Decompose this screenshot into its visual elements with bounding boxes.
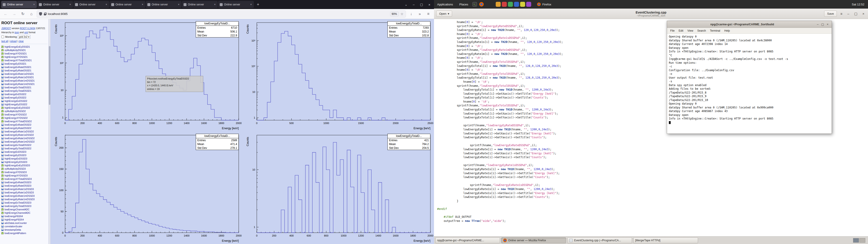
jsroot-link[interactable]: JSROOT	[1, 27, 11, 30]
tree-item[interactable]: lowEnergyFEE64	[1, 214, 48, 218]
tree-item[interactable]: lowEnergyExTotalDSSD3	[1, 201, 48, 204]
applications-menu[interactable]: Applications	[434, 0, 456, 8]
histogram-pad-2[interactable]: 0500100015002000250011010²10³Energy [keV…	[242, 19, 434, 131]
tree-item[interactable]: lowEnergyEyRate1mDSSD1	[1, 82, 48, 86]
open-button[interactable]: Open ▾	[436, 11, 452, 17]
maximize-button[interactable]: ▢	[417, 3, 426, 6]
tree-item[interactable]: highEnergyEyDSSD2	[1, 102, 48, 106]
tree-item[interactable]: highEnergyExDSSD3	[1, 157, 48, 160]
tree-item[interactable]: xyMultiplicityDSSD1	[1, 48, 48, 52]
tree-item[interactable]: xyMultiplicityDSSD2	[1, 109, 48, 113]
tree-item[interactable]: lowEnergyXYTotalDSSD3	[1, 177, 48, 181]
terminal-menu-item[interactable]: Terminal	[708, 28, 722, 33]
tray-icon[interactable]	[520, 2, 525, 7]
terminal-close-button[interactable]: ×	[825, 23, 830, 26]
tree-item[interactable]: highEnergyFEE64	[1, 218, 48, 221]
back-icon[interactable]: ←	[2, 11, 9, 18]
tree-item[interactable]: lowEnergyEyRateDSSD2	[1, 126, 48, 130]
tree-item[interactable]: lowEnergyExDSSD3	[1, 150, 48, 153]
tree-item[interactable]: lowEnergyExRate1sDSSD2	[1, 130, 48, 133]
tab-close-icon[interactable]: ×	[105, 3, 107, 6]
tree-item[interactable]: lowEnergyXYTotalDSSD1	[1, 59, 48, 62]
histogram-pad-1[interactable]: 0200400600800100012001400160018002000110…	[51, 19, 242, 131]
scrollbar-thumb[interactable]	[49, 46, 51, 105]
browser-tab[interactable]: Online server×	[146, 1, 182, 8]
tree-item[interactable]: lowEnergyEyTotalDSSD3	[1, 204, 48, 208]
terminal-titlebar[interactable]: npg@carme-gsi:~/Programs/CARME_Sort/buil…	[667, 21, 832, 28]
terminal-menu-item[interactable]: Help	[722, 28, 732, 33]
close-button[interactable]: ×	[426, 3, 433, 6]
tree-item[interactable]: lowEnergyEyRate1mDSSD3	[1, 197, 48, 201]
tree-item[interactable]: lowEnergyHitPattern	[1, 231, 48, 235]
padlock-icon[interactable]	[44, 13, 46, 16]
terminal-menu-item[interactable]: Search	[695, 28, 708, 33]
terminal-menu-item[interactable]: View	[686, 28, 695, 33]
tree-item[interactable]: xyMultiplicityDSSD3	[1, 167, 48, 170]
tree-item[interactable]: lowEnergyExTotalDSSD1	[1, 86, 48, 89]
sidebar-action-link[interactable]: last all	[1, 40, 8, 42]
save-button[interactable]: Save	[824, 11, 837, 17]
tree-item[interactable]: lowEnergyEyTotalDSSD1	[1, 89, 48, 92]
tree-item[interactable]: lowEnergyExRateDSSD1	[1, 65, 48, 69]
gedit-minimize-button[interactable]: –	[846, 11, 850, 17]
tree-item[interactable]: lowEnergyXYDSSD2	[1, 113, 48, 116]
clock[interactable]: Sat 12:52	[848, 3, 868, 6]
minimize-button[interactable]: –	[410, 3, 417, 6]
browser-tab[interactable]: Online server×	[182, 1, 218, 8]
tree-item[interactable]: timestampDelta	[1, 228, 48, 231]
forward-icon[interactable]: →	[11, 11, 18, 18]
tree-item[interactable]: highEnergyExEyDSSD3	[1, 163, 48, 167]
terminal-menu-item[interactable]: Edit	[677, 28, 685, 33]
sidebar-scrollbar[interactable]	[49, 19, 51, 244]
terminal-minimize-button[interactable]: –	[815, 23, 820, 26]
json-link[interactable]: json	[15, 31, 19, 34]
tree-item[interactable]: lowEnergyXYDSSD1	[1, 52, 48, 55]
sidebar-action-link[interactable]: reload	[10, 40, 17, 42]
home-icon[interactable]: ⌂	[28, 11, 35, 18]
gedit-close-button[interactable]: ×	[861, 11, 866, 17]
zoom-indicator[interactable]: 90%	[390, 12, 399, 16]
histogram-pad-3[interactable]: 0200400600800100012001400160018002000050…	[51, 131, 242, 244]
tray-icon[interactable]	[514, 2, 519, 7]
tree-item[interactable]: correlationScaler	[1, 224, 48, 228]
tree-item[interactable]: lowEnergyExDSSD2	[1, 92, 48, 96]
url-text[interactable]: localhost:8085	[48, 12, 68, 16]
browser-tab[interactable]: Online server×	[37, 1, 73, 8]
tree-item[interactable]: highEnergyEyDSSD3	[1, 160, 48, 163]
tree-item[interactable]: lowEnergyEyRateDSSD3	[1, 184, 48, 187]
tree-item[interactable]: adcDataLossCounter	[1, 221, 48, 224]
download-icon[interactable]: ↓	[408, 11, 414, 18]
tree-item[interactable]: highEnergyChannelADC	[1, 211, 48, 214]
tree-item[interactable]: lowEnergyExRate1sDSSD1	[1, 72, 48, 75]
tree-item[interactable]: lowEnergyExRate1mDSSD2	[1, 136, 48, 140]
workspace-1[interactable]	[853, 238, 859, 243]
tree-item[interactable]: lowEnergyEyRateDSSD1	[1, 69, 48, 72]
monitoring-checkbox[interactable]	[1, 35, 4, 38]
tree-item[interactable]: lowEnergyEyRate1mDSSD2	[1, 140, 48, 143]
tree-item[interactable]: lowEnergyXYDSSD3	[1, 170, 48, 174]
list-all-tabs-icon[interactable]: ⌄	[402, 3, 410, 6]
sidebar-action-link[interactable]: clear	[19, 40, 24, 42]
tab-close-icon[interactable]: ×	[178, 3, 180, 6]
bookmark-star-icon[interactable]: ☆	[401, 12, 403, 16]
tab-close-icon[interactable]: ×	[250, 3, 252, 6]
gedit-menu-icon[interactable]: ≡	[839, 11, 844, 17]
tree-item[interactable]: lowEnergyEyDSSD2	[1, 96, 48, 99]
tracking-shield-icon[interactable]	[39, 12, 42, 16]
tree-item[interactable]: highEnergyExEyDSSD1	[1, 45, 48, 48]
browser-tab[interactable]: Online server×	[218, 1, 254, 8]
layout-select[interactable]: grid 2x2 ▾	[18, 35, 31, 39]
url-bar[interactable]: localhost:8085 90% ☆	[37, 10, 406, 18]
xml-link[interactable]: xml	[24, 31, 28, 34]
tree-item[interactable]: lowEnergyEyDSSD3	[1, 153, 48, 157]
histogram-pad-4[interactable]: 0200400600800100012001400160018002000110…	[242, 131, 434, 244]
workspace-2[interactable]	[860, 238, 865, 243]
browser-tab[interactable]: Online server×	[110, 1, 145, 8]
gedit-maximize-button[interactable]: ▢	[853, 11, 859, 17]
taskbar-button[interactable]: Online server — Mozilla Firefox	[501, 238, 566, 243]
tree-item[interactable]: lowEnergyExTotalDSSD2	[1, 143, 48, 147]
tab-close-icon[interactable]: ×	[214, 3, 216, 6]
places-menu[interactable]: Places	[456, 0, 471, 8]
browser-tab[interactable]: Online server×	[1, 1, 37, 8]
terminal-launcher-icon[interactable]: >_	[472, 2, 477, 6]
